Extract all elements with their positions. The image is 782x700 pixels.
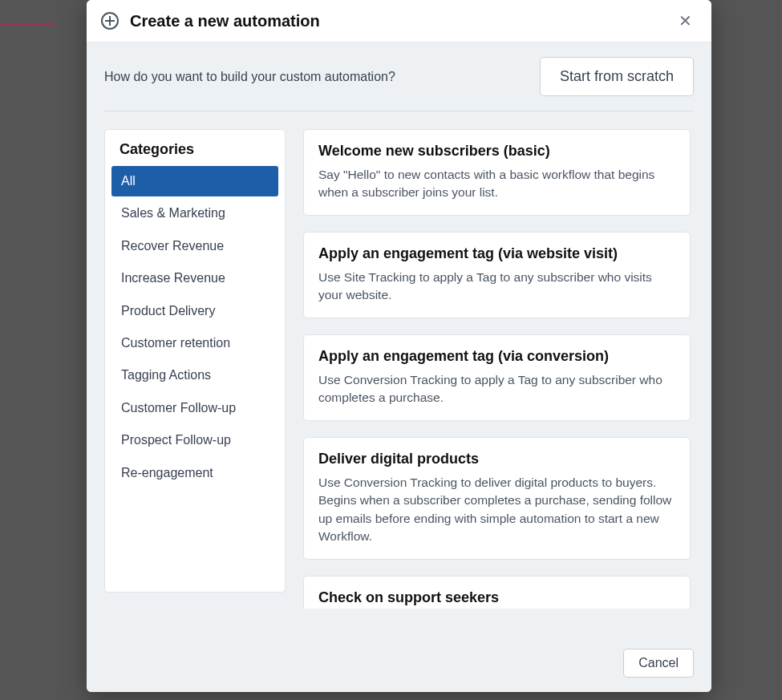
recipe-title: Check on support seekers (318, 589, 675, 606)
backdrop-tab-indicator (0, 23, 55, 25)
prompt-text: How do you want to build your custom aut… (104, 70, 395, 84)
recipe-title: Deliver digital products (318, 451, 675, 467)
start-from-scratch-button[interactable]: Start from scratch (540, 57, 694, 96)
category-re-engagement[interactable]: Re-engagement (111, 458, 278, 488)
recipe-title: Apply an engagement tag (via conversion) (318, 348, 675, 365)
modal-body: How do you want to build your custom aut… (87, 42, 711, 639)
close-icon[interactable]: ✕ (674, 10, 697, 32)
plus-circle-icon (101, 12, 119, 30)
recipe-list-wrap: Welcome new subscribers (basic) Say "Hel… (303, 129, 694, 609)
categories-sidebar: Categories All Sales & Marketing Recover… (104, 129, 286, 593)
recipe-list-scroll[interactable]: Welcome new subscribers (basic) Say "Hel… (303, 129, 694, 609)
recipe-title: Welcome new subscribers (basic) (318, 143, 675, 160)
category-recover-revenue[interactable]: Recover Revenue (111, 231, 278, 261)
modal-header: Create a new automation ✕ (87, 0, 711, 42)
category-product-delivery[interactable]: Product Delivery (111, 296, 278, 326)
category-customer-retention[interactable]: Customer retention (111, 328, 278, 358)
modal-title: Create a new automation (130, 12, 674, 30)
recipe-engagement-tag-website-visit[interactable]: Apply an engagement tag (via website vis… (303, 232, 691, 318)
cancel-button[interactable]: Cancel (623, 649, 694, 678)
prompt-row: How do you want to build your custom aut… (104, 57, 694, 111)
category-prospect-follow-up[interactable]: Prospect Follow-up (111, 425, 278, 455)
create-automation-modal: Create a new automation ✕ How do you wan… (87, 0, 711, 692)
category-increase-revenue[interactable]: Increase Revenue (111, 263, 278, 293)
categories-title: Categories (111, 141, 278, 166)
recipe-desc: Use Conversion Tracking to deliver digit… (318, 474, 675, 546)
recipe-welcome-new-subscribers[interactable]: Welcome new subscribers (basic) Say "Hel… (303, 129, 691, 216)
recipe-deliver-digital-products[interactable]: Deliver digital products Use Conversion … (303, 437, 691, 560)
modal-footer: Cancel (87, 639, 711, 692)
recipe-desc: Use Conversion Tracking to apply a Tag t… (318, 371, 675, 407)
category-sales-marketing[interactable]: Sales & Marketing (111, 198, 278, 229)
recipe-desc: Say "Hello" to new contacts with a basic… (318, 166, 675, 202)
category-all[interactable]: All (111, 166, 278, 196)
recipe-title: Apply an engagement tag (via website vis… (318, 245, 675, 262)
category-tagging-actions[interactable]: Tagging Actions (111, 360, 278, 390)
content-row: Categories All Sales & Marketing Recover… (104, 129, 694, 631)
recipe-engagement-tag-conversion[interactable]: Apply an engagement tag (via conversion)… (303, 334, 691, 421)
category-customer-follow-up[interactable]: Customer Follow-up (111, 393, 278, 423)
recipe-check-on-support-seekers[interactable]: Check on support seekers Use Site Tracki… (303, 576, 691, 609)
recipe-desc: Use Site Tracking to apply a Tag to any … (318, 269, 675, 305)
